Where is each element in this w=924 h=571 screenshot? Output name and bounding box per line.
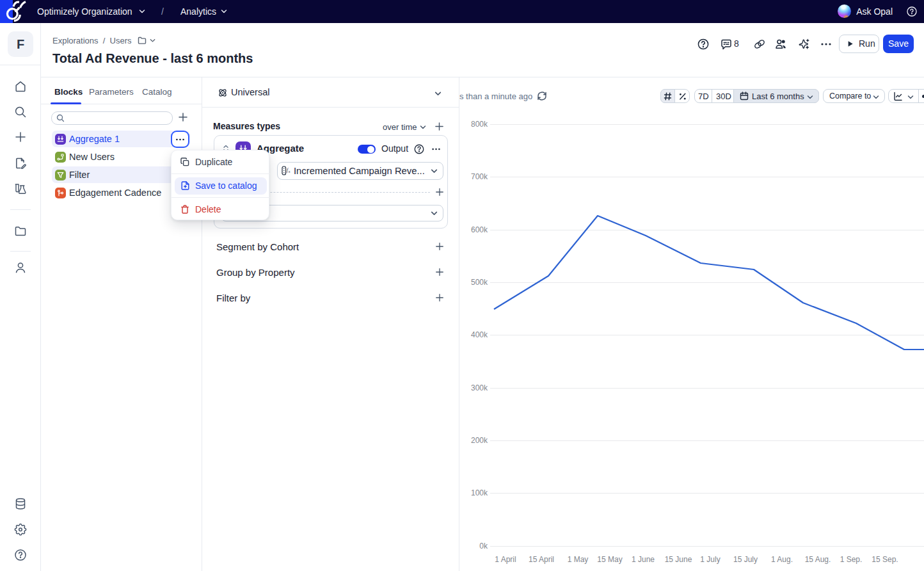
svg-text:x: x [289,170,291,173]
